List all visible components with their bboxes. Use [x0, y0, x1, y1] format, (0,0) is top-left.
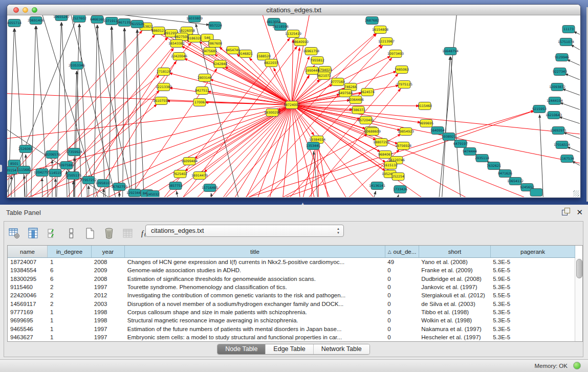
- table-row[interactable]: 911546021997Tourette syndrome. Phenomeno…: [8, 283, 575, 291]
- table-cell: 0: [385, 267, 419, 273]
- graph-node-label: 12213383: [156, 85, 172, 89]
- graph-node-label: 14136141: [369, 184, 385, 187]
- table-cell: Hescheler et al. (1997): [419, 334, 490, 340]
- graph-node-label: 10975887: [58, 163, 75, 167]
- graph-node-label: 12444194: [547, 99, 563, 102]
- graph-node-label: 114519: [49, 171, 61, 174]
- table-cell: 9115460: [8, 284, 48, 290]
- scrollbar-thumb[interactable]: [576, 259, 582, 278]
- graph-node-label: 1588520: [256, 54, 271, 58]
- table-selector-dropdown[interactable]: citations_edges.txt ▲▼: [145, 225, 344, 237]
- graph-node-label: 19218596: [272, 25, 289, 28]
- citation-network-graph[interactable]: 1872400774638228860123891295518226058982…: [7, 15, 580, 197]
- graph-node-label: 15716485: [202, 186, 218, 189]
- column-header-name[interactable]: name: [8, 246, 48, 257]
- table-vertical-scrollbar[interactable]: [575, 258, 582, 341]
- graph-node[interactable]: [530, 189, 542, 196]
- row-height-button[interactable]: [64, 226, 78, 240]
- network-window-titlebar[interactable]: citations_edges.txt: [7, 5, 580, 15]
- graph-node-label: 12042757: [34, 170, 50, 174]
- graph-node-label: 9621072: [317, 74, 331, 77]
- graph-node-label: 9129946: [555, 55, 569, 59]
- table-cell: Tibbo et al. (1998): [419, 309, 490, 315]
- sort-ascending-icon: △: [388, 249, 391, 254]
- table-cell: 0: [385, 309, 419, 315]
- graph-node-label: 746266: [344, 85, 357, 89]
- tab-node-table[interactable]: Node Table: [217, 344, 266, 354]
- left-splitter-handle[interactable]: [0, 165, 2, 172]
- column-header-year[interactable]: year: [92, 246, 125, 257]
- table-toolbar: f(x): [7, 224, 154, 243]
- table-cell: 0: [385, 301, 419, 307]
- show-column-button[interactable]: [26, 226, 40, 240]
- table-cell: Stergiakouli et al. (2012): [419, 292, 490, 298]
- float-panel-icon[interactable]: [562, 208, 570, 216]
- table-cell: Structural magnetic resonance image aver…: [125, 317, 385, 323]
- table-cell: Dudbridge et al. (2008): [419, 276, 490, 282]
- window-resize-grip[interactable]: [573, 190, 579, 196]
- graph-node-label: 4055714: [7, 21, 21, 25]
- column-header-pagerank[interactable]: pagerank: [491, 246, 575, 257]
- status-bar: Memory: OK: [0, 359, 588, 372]
- table-row[interactable]: 1456911722003Disruption of a novel membe…: [8, 299, 575, 308]
- graph-node-label: 16543382: [168, 41, 185, 45]
- table-cell: Disruption of a novel member of a sodium…: [125, 301, 385, 307]
- table-row[interactable]: 946554611997Estimation of the future num…: [8, 324, 575, 333]
- graph-node-label: 7615526: [130, 22, 144, 26]
- table-row[interactable]: 969969511998Structural magnetic resonanc…: [8, 316, 575, 324]
- table-cell: 2008: [92, 276, 125, 282]
- column-header-out_de[interactable]: △out_de...: [385, 246, 419, 257]
- graph-node-label: 18640910: [292, 40, 309, 43]
- table-cell: Franke et al. (2009): [419, 267, 490, 273]
- network-canvas[interactable]: 1872400774638228860123891295518226058982…: [7, 15, 580, 197]
- graph-node-label: 19854923: [398, 129, 414, 133]
- table-cell: 14569117: [8, 301, 48, 307]
- graph-node-label: 8454749: [226, 48, 240, 52]
- table-cell: 9777169: [8, 309, 48, 315]
- table-cell: Yano et al. (2008): [419, 259, 490, 265]
- column-header-title[interactable]: title: [125, 246, 385, 257]
- table-row[interactable]: 1830029562008Estimation of significance …: [8, 275, 575, 283]
- table-cell: 1997: [92, 326, 125, 332]
- table-settings-button[interactable]: [7, 226, 21, 240]
- tab-network-table[interactable]: Network Table: [314, 344, 369, 354]
- table-row[interactable]: 1938455462009Genome-wide association stu…: [8, 266, 575, 274]
- close-panel-icon[interactable]: ✕: [576, 208, 583, 216]
- graph-node-label: 17016514: [554, 143, 570, 146]
- table-cell: Estimation of the future numbers of pati…: [125, 326, 385, 332]
- table-cell: 5.3E-5: [490, 301, 575, 307]
- graph-node-label: 16648794: [442, 49, 459, 53]
- select-columns-button[interactable]: [45, 226, 59, 240]
- table-cell: 1997: [92, 284, 125, 290]
- table-type-tabs: Node TableEdge TableNetwork Table: [4, 344, 583, 356]
- graph-node-label: 10958107: [95, 181, 112, 185]
- graph-node-label: 9777169: [331, 80, 345, 83]
- graph-node-label: 16210643: [546, 113, 562, 117]
- table-cell: 5.5E-5: [490, 292, 575, 298]
- table-cell: 2: [48, 301, 92, 307]
- graph-node-label: 16107553: [153, 99, 169, 102]
- graph-node-label: 16120746: [388, 158, 405, 162]
- table-row[interactable]: 977716911998Corpus callosum shape and si…: [8, 308, 575, 316]
- column-header-in_degree[interactable]: in_degree: [48, 246, 92, 257]
- column-header-short[interactable]: short: [419, 246, 491, 257]
- table-row[interactable]: 1872400712008Changes of HCN gene express…: [8, 258, 575, 266]
- table-cell: 1997: [92, 334, 125, 340]
- table-row[interactable]: 2242004622012Investigating the contribut…: [8, 291, 575, 299]
- delete-table-button[interactable]: [102, 226, 116, 240]
- graph-node-label: 17957252: [80, 178, 97, 182]
- table-cell: 6: [48, 267, 92, 273]
- tab-edge-table[interactable]: Edge Table: [266, 344, 313, 354]
- table-row[interactable]: 946362711997Embryonic stem cells: a mode…: [8, 333, 575, 341]
- graph-node-label: 9827508: [175, 35, 189, 38]
- network-window-title: citations_edges.txt: [7, 6, 580, 14]
- graph-node-label: 6794023: [318, 68, 332, 72]
- graph-node-label: 3475685: [203, 49, 217, 53]
- table-cell: de Silva et al. (2003): [419, 301, 490, 307]
- table-cell: 5.3E-5: [490, 284, 575, 290]
- graph-node-label: 19384554: [309, 138, 325, 141]
- graph-node-label: 5938923: [442, 135, 456, 138]
- create-table-button[interactable]: [83, 226, 97, 240]
- graph-node-label: 9242848: [213, 62, 227, 65]
- graph-node-label: 8186328: [187, 36, 202, 40]
